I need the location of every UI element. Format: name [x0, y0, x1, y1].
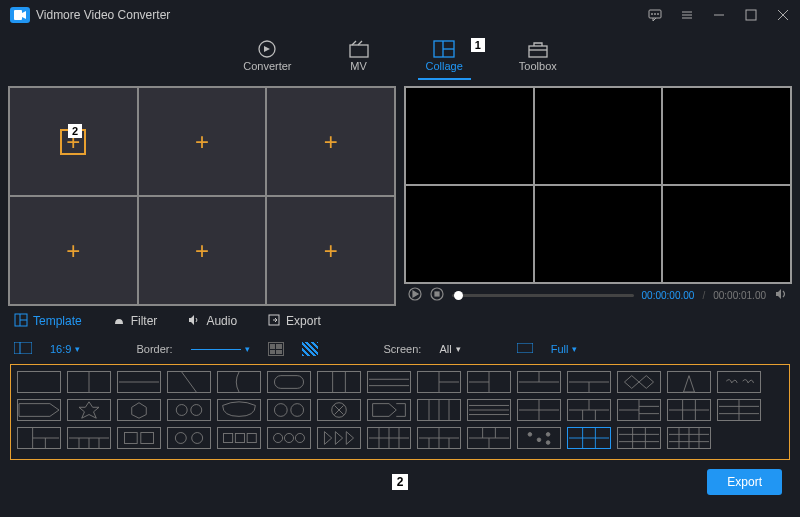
export-button[interactable]: Export	[707, 469, 782, 495]
template-thumb[interactable]	[217, 427, 261, 449]
svg-point-108	[546, 441, 550, 445]
template-thumb[interactable]	[717, 371, 761, 393]
time-total: 00:00:01.00	[713, 290, 766, 301]
template-thumb[interactable]	[517, 399, 561, 421]
template-thumb[interactable]	[117, 427, 161, 449]
template-thumb[interactable]	[567, 399, 611, 421]
template-thumb[interactable]	[517, 427, 561, 449]
top-nav: Converter MV Collage 1 Toolbox	[0, 30, 800, 80]
screen-dropdown[interactable]: All	[439, 343, 460, 355]
app-title: Vidmore Video Converter	[36, 8, 648, 22]
tab-audio[interactable]: Audio	[187, 313, 237, 330]
window-controls	[648, 8, 790, 22]
plus-icon: +	[195, 237, 209, 265]
options-row: 16:9 Border: Screen: All Full	[0, 334, 800, 364]
seek-thumb[interactable]	[454, 291, 463, 300]
svg-rect-88	[235, 433, 244, 442]
template-thumb[interactable]	[217, 399, 261, 421]
template-thumb[interactable]	[617, 371, 661, 393]
template-thumb[interactable]	[117, 399, 161, 421]
template-thumb[interactable]	[467, 399, 511, 421]
maximize-button[interactable]	[744, 8, 758, 22]
template-thumb[interactable]	[367, 399, 411, 421]
svg-rect-0	[14, 10, 22, 20]
collage-cell[interactable]: +	[9, 196, 138, 305]
menu-icon[interactable]	[680, 8, 694, 22]
template-thumb[interactable]	[517, 371, 561, 393]
minimize-button[interactable]	[712, 8, 726, 22]
play-button[interactable]	[408, 287, 422, 303]
template-thumb[interactable]	[667, 371, 711, 393]
template-thumb[interactable]	[267, 371, 311, 393]
template-thumb[interactable]	[317, 371, 361, 393]
nav-toolbox[interactable]: Toolbox	[511, 36, 565, 76]
template-thumb[interactable]	[67, 427, 111, 449]
template-thumb[interactable]	[667, 399, 711, 421]
template-thumb[interactable]	[167, 371, 211, 393]
collage-cell[interactable]: +	[266, 196, 395, 305]
svg-point-106	[537, 438, 541, 442]
collage-cell[interactable]: +	[138, 196, 267, 305]
template-thumb[interactable]	[17, 427, 61, 449]
template-row	[17, 427, 783, 449]
template-thumb[interactable]	[617, 399, 661, 421]
template-thumb[interactable]	[567, 371, 611, 393]
template-thumb[interactable]	[117, 371, 161, 393]
layout-dropdown[interactable]: Full	[551, 343, 578, 355]
template-thumb[interactable]	[17, 399, 61, 421]
feedback-icon[interactable]	[648, 8, 662, 22]
template-thumb-active[interactable]	[567, 427, 611, 449]
collage-cell[interactable]: + 2	[9, 87, 138, 196]
template-thumb[interactable]	[367, 427, 411, 449]
pattern-button[interactable]	[302, 342, 318, 356]
border-style-dropdown[interactable]	[191, 344, 250, 354]
template-thumb[interactable]	[667, 427, 711, 449]
svg-point-90	[274, 433, 283, 442]
collage-cell[interactable]: +	[266, 87, 395, 196]
template-thumb[interactable]	[167, 427, 211, 449]
filter-icon	[112, 313, 126, 330]
template-thumb[interactable]	[467, 427, 511, 449]
seek-slider[interactable]	[452, 294, 634, 297]
nav-converter[interactable]: Converter	[235, 36, 299, 76]
svg-rect-83	[124, 433, 137, 444]
template-thumb[interactable]	[167, 399, 211, 421]
template-thumb[interactable]	[417, 399, 461, 421]
template-thumb[interactable]	[617, 427, 661, 449]
svg-point-47	[176, 405, 187, 416]
tab-template[interactable]: Template	[14, 313, 82, 330]
svg-point-49	[274, 404, 287, 417]
svg-point-91	[284, 433, 293, 442]
tab-filter[interactable]: Filter	[112, 313, 158, 330]
stop-button[interactable]	[430, 287, 444, 303]
color-picker-button[interactable]	[268, 342, 284, 356]
volume-button[interactable]	[774, 287, 788, 303]
template-thumb[interactable]	[467, 371, 511, 393]
template-thumb[interactable]	[417, 371, 461, 393]
svg-rect-84	[141, 433, 154, 444]
mv-icon	[348, 40, 370, 58]
template-thumb[interactable]	[267, 427, 311, 449]
close-button[interactable]	[776, 8, 790, 22]
template-thumb[interactable]	[367, 371, 411, 393]
template-thumb[interactable]	[717, 399, 761, 421]
template-thumb[interactable]	[217, 371, 261, 393]
template-thumb[interactable]	[317, 427, 361, 449]
collage-cell[interactable]: +	[138, 87, 267, 196]
template-thumb[interactable]	[67, 371, 111, 393]
nav-mv[interactable]: MV	[340, 36, 378, 76]
template-thumb[interactable]	[17, 371, 61, 393]
app-logo-icon	[10, 7, 30, 23]
collage-edit-grid: + 2 + + + + +	[8, 86, 396, 306]
aspect-dropdown[interactable]: 16:9	[50, 343, 80, 355]
svg-point-50	[291, 404, 304, 417]
template-thumb[interactable]	[417, 427, 461, 449]
template-thumb[interactable]	[67, 399, 111, 421]
template-thumb[interactable]	[267, 399, 311, 421]
callout-badge-1: 1	[471, 38, 485, 52]
title-bar: Vidmore Video Converter	[0, 0, 800, 30]
screen-value: All	[439, 343, 451, 355]
template-thumb[interactable]	[317, 399, 361, 421]
tab-export[interactable]: Export	[267, 313, 321, 330]
nav-collage[interactable]: Collage 1	[418, 36, 471, 76]
